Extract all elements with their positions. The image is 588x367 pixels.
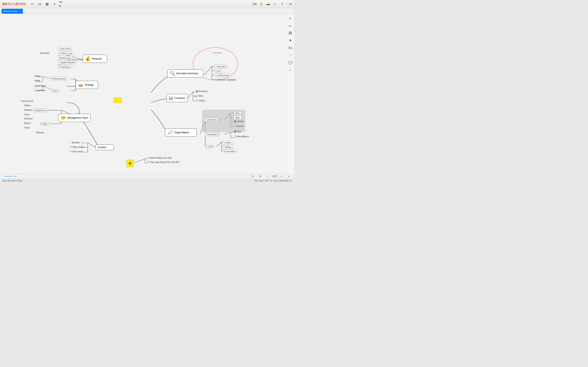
targetmarket-node[interactable]: 📈 Target Market	[165, 128, 197, 137]
undo-button[interactable]: ↩	[30, 1, 35, 7]
whydiff-icon: ❓	[234, 135, 236, 138]
menu-icon[interactable]: ≡	[286, 173, 292, 179]
sheet-status: Sheet (Business Plan)	[2, 180, 22, 182]
outline-icon[interactable]: ≡	[287, 16, 293, 22]
export-button[interactable]: →▾	[286, 1, 292, 7]
venturecap-label[interactable]: ℹ Venture Capitalists	[217, 78, 236, 81]
whydifferent-label[interactable]: ❓ Why different	[234, 135, 249, 138]
competitors-connector	[218, 133, 220, 135]
management-node[interactable]: 🤝 Management Team	[58, 114, 90, 122]
beforewriting-label[interactable]: ★ Before Writing Your Plan	[147, 157, 172, 159]
breakeven-label[interactable]: Break Even	[58, 56, 73, 60]
comment-icon[interactable]: 💬	[287, 59, 293, 66]
idea-button[interactable]: 💡	[259, 1, 264, 7]
cashflow-label[interactable]: Cash Flow	[58, 47, 72, 50]
present-button[interactable]: ⊡▾	[251, 1, 257, 7]
zoom-out-button[interactable]: −	[265, 173, 271, 179]
profitloss-label[interactable]: Profit & Loss	[58, 51, 74, 55]
play-icon: ▶	[196, 95, 197, 97]
beforewriting-text: Before Writing Your Plan	[149, 157, 172, 159]
sheet-tab[interactable]: Business Plan	[2, 174, 18, 178]
info-icon: ℹ	[217, 78, 218, 81]
office-text: Office	[198, 95, 203, 97]
tab-close-button[interactable]: ✕	[19, 10, 21, 12]
list-button[interactable]: ≡	[52, 1, 57, 7]
employee-label[interactable]: 👤 Employee	[196, 90, 208, 92]
tab-business-plan[interactable]: Business Plan ✕	[2, 9, 23, 14]
last-label[interactable]: Last	[215, 69, 222, 73]
skills-label[interactable]: Skills	[41, 122, 49, 126]
executive-icon: 🔍	[170, 71, 175, 76]
unique-company-label[interactable]: ❓ Unique	[196, 100, 205, 102]
financial-node[interactable]: 💰 Financial	[83, 55, 107, 63]
table-button[interactable]: ▦	[44, 1, 50, 7]
targetmarket-label: Target Market	[174, 131, 189, 134]
right-toolbar: ⊡▾ 💡 ▬ ⌕ ⇧ →▾	[251, 1, 292, 7]
eye-icon[interactable]: 👁	[257, 173, 263, 179]
bottom-note-icon[interactable]: ⊟	[126, 159, 134, 167]
status-right: Auto Save: OFF Anne's MacBook Pro	[254, 180, 292, 182]
company-label: Company	[174, 97, 185, 100]
gender-label[interactable]: 👤 Gender	[234, 120, 243, 123]
person-icon: 👤	[196, 90, 198, 92]
bottom-icon: ⊟	[129, 162, 131, 165]
strategy-node[interactable]: 🥧 Strategy	[76, 81, 98, 89]
image-icon[interactable]: 🖼	[287, 30, 293, 36]
capitalneeded-label[interactable]: Capital Needed	[58, 60, 77, 64]
app-logo: 搜狐号@小虎分享社	[2, 2, 26, 6]
yours-exp-label: Yours	[24, 113, 30, 116]
canvas-area[interactable]: 💰 Financial Summary Cash Flow Profit & L…	[0, 14, 286, 174]
filter-icon[interactable]: ⊡	[250, 173, 256, 179]
unique-usp-label[interactable]: Unique	[223, 141, 233, 144]
company-node[interactable]: 🗂 Company	[166, 94, 188, 102]
product-label: Product	[98, 146, 106, 149]
ages-label[interactable]: Ages	[234, 116, 242, 119]
zoom-in-button[interactable]: +	[278, 173, 285, 179]
management-icon: 🤝	[61, 115, 66, 120]
trackrecord-label: Track record	[20, 100, 33, 102]
howused-label[interactable]: ❓ How used?	[69, 150, 83, 153]
whenused-label[interactable]: ❓ When used?	[69, 146, 84, 148]
task-icon[interactable]: ✓	[287, 67, 293, 73]
flag-icon[interactable]: ⚑	[287, 38, 293, 44]
central-node[interactable]	[113, 98, 122, 103]
text-icon[interactable]: Aa	[287, 45, 293, 51]
howlong-label[interactable]: ❓ How Long Should Your Plan Be?	[147, 161, 180, 163]
proposition-label[interactable]: Proposition	[223, 150, 237, 153]
view-button[interactable]: ▬	[265, 1, 271, 7]
who-cust-label[interactable]: Who	[234, 111, 241, 115]
achievements-label[interactable]: Achievements	[51, 77, 68, 81]
executive-node[interactable]: 🔍 Executive Summary	[167, 69, 203, 77]
benefits-label[interactable]: 🏷 Benefits	[69, 142, 79, 144]
more-button[interactable]: ••• ▾	[59, 1, 65, 7]
skills-connector	[40, 123, 42, 124]
plans-label[interactable]: Plans	[51, 89, 59, 92]
autosave-status: Auto Save: OFF	[254, 180, 269, 182]
product-node[interactable]: Product	[95, 145, 114, 150]
share-button[interactable]: ⇧	[279, 1, 285, 7]
income-label[interactable]: 🏷 Income	[234, 125, 243, 127]
autosave-dot	[270, 180, 272, 182]
whydifferent-text: Why different	[237, 135, 249, 138]
competitors-label[interactable]: Competitors	[205, 133, 220, 136]
when-label: When	[35, 75, 41, 77]
howlong-text: How Long Should Your Plan Be?	[150, 161, 180, 163]
search-button[interactable]: ⌕	[272, 1, 278, 7]
doc-icon[interactable]: 📄	[287, 52, 293, 58]
mindmap-connections	[0, 14, 286, 174]
office-label[interactable]: ▶ Office	[196, 95, 203, 97]
longteam-label: Long Team	[35, 89, 46, 92]
overview-label[interactable]: Overview	[215, 65, 227, 68]
customers-label[interactable]: Customers	[204, 118, 218, 122]
continuously-label[interactable]: Continuously	[215, 73, 231, 77]
howused-text: How used?	[72, 150, 83, 153]
gender-icon: 👤	[234, 120, 236, 123]
redo-button[interactable]: ⇄	[37, 1, 43, 7]
important-label: Important	[212, 52, 222, 54]
financial-label: Financial	[92, 57, 102, 60]
predictions-label[interactable]: Predictions	[58, 65, 72, 69]
who-comp-label[interactable]: 👤 Who	[234, 131, 241, 133]
selling-label[interactable]: Selling	[223, 145, 233, 149]
brush-icon[interactable]: ✏	[287, 23, 293, 29]
gender-text: Gender	[237, 120, 243, 123]
